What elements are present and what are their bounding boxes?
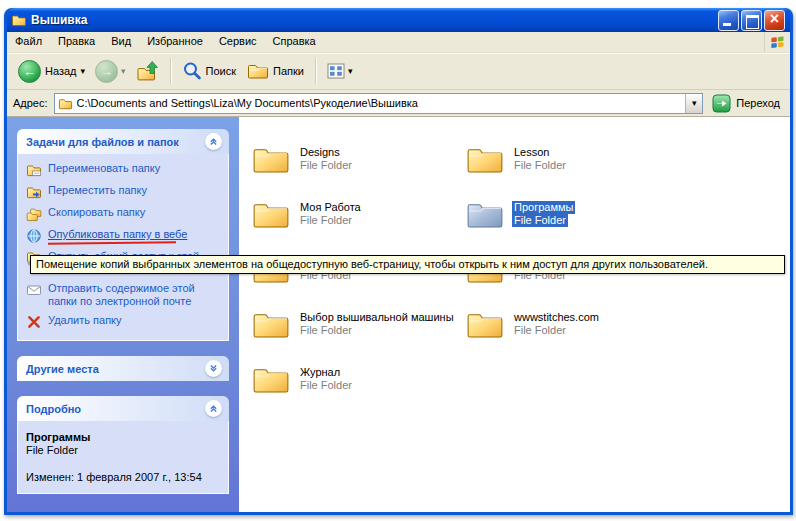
task-label: Переименовать папку xyxy=(48,162,224,178)
tasks-panel-title: Задачи для файлов и папок xyxy=(26,136,179,148)
tasks-panel: Задачи для файлов и папок Переименовать … xyxy=(17,129,229,341)
folder-item-zhurnal[interactable]: ЖурналFile Folder xyxy=(252,351,466,406)
toolbar-separator xyxy=(315,58,317,84)
task-rename-folder[interactable]: Переименовать папку xyxy=(26,162,224,178)
delete-icon xyxy=(26,314,43,330)
folder-name: Lesson xyxy=(512,146,551,159)
folder-name: Выбор вышивальной машины xyxy=(298,311,456,324)
address-folder-icon xyxy=(58,96,73,111)
task-label: Удалить папку xyxy=(48,314,224,330)
up-button[interactable] xyxy=(131,58,165,84)
search-icon xyxy=(182,61,202,81)
menu-view[interactable]: Вид xyxy=(103,32,139,52)
tooltip-text: Помещение копий выбранных элементов на о… xyxy=(36,258,708,270)
menu-favorites[interactable]: Избранное xyxy=(139,32,211,52)
folder-name: Журнал xyxy=(298,366,342,379)
window-title: Вышивка xyxy=(31,13,716,27)
task-move-folder[interactable]: Переместить папку xyxy=(26,184,224,200)
address-bar: Адрес: C:\Documents and Settings\Liza\My… xyxy=(7,90,790,117)
details-panel-header[interactable]: Подробно xyxy=(17,396,229,421)
task-email-folder[interactable]: Отправить содержимое этой папки по элект… xyxy=(26,282,224,308)
tooltip: Помещение копий выбранных элементов на о… xyxy=(30,255,785,274)
folder-icon xyxy=(466,309,504,339)
menu-edit[interactable]: Правка xyxy=(50,32,103,52)
maximize-button[interactable] xyxy=(741,10,762,31)
folder-item-designs[interactable]: DesignsFile Folder xyxy=(252,131,466,186)
address-input[interactable]: C:\Documents and Settings\Liza\My Docume… xyxy=(54,93,704,114)
task-publish-folder-web[interactable]: Опубликовать папку в вебе xyxy=(26,228,224,244)
views-dropdown-icon xyxy=(348,67,353,76)
menu-file[interactable]: Файл xyxy=(7,32,50,52)
expand-chevron-down-icon[interactable] xyxy=(205,360,222,377)
back-arrow-icon xyxy=(18,60,41,83)
tasks-panel-body: Переименовать папку Переместить папку xyxy=(17,154,229,341)
toolbar-separator xyxy=(170,58,172,84)
forward-button[interactable] xyxy=(90,58,131,85)
address-path: C:\Documents and Settings\Liza\My Docume… xyxy=(77,97,686,109)
folder-type: File Folder xyxy=(512,324,568,337)
copy-icon xyxy=(26,206,43,222)
tasks-panel-header[interactable]: Задачи для файлов и папок xyxy=(17,129,229,154)
address-label: Адрес: xyxy=(13,97,48,109)
go-label: Переход xyxy=(735,97,781,109)
task-label: Отправить содержимое этой папки по элект… xyxy=(48,282,224,308)
up-folder-icon xyxy=(136,60,160,82)
folder-icon xyxy=(252,144,290,174)
folder-item-programmy-selected[interactable]: ПрограммыFile Folder xyxy=(466,186,680,241)
chevron-down-icon xyxy=(692,99,697,108)
folder-icon xyxy=(252,364,290,394)
folder-name: Программы xyxy=(512,201,575,214)
folder-type: File Folder xyxy=(298,379,354,392)
folder-type: File Folder xyxy=(512,214,568,227)
details-panel-title: Подробно xyxy=(26,403,81,415)
email-icon xyxy=(26,282,43,298)
folder-name: Моя Работа xyxy=(298,201,363,214)
windows-logo-icon xyxy=(764,32,790,52)
folder-icon xyxy=(466,144,504,174)
search-label: Поиск xyxy=(205,65,237,77)
details-modified-date: Изменен: 1 февраля 2007 г., 13:54 xyxy=(26,471,220,483)
menu-help[interactable]: Справка xyxy=(265,32,324,52)
task-delete-folder[interactable]: Удалить папку xyxy=(26,314,224,330)
task-copy-folder[interactable]: Скопировать папку xyxy=(26,206,224,222)
title-bar[interactable]: Вышивка xyxy=(7,8,790,32)
folder-item-moya-rabota[interactable]: Моя РаботаFile Folder xyxy=(252,186,466,241)
publish-web-icon xyxy=(26,228,43,244)
folders-button[interactable]: Папки xyxy=(242,60,310,82)
file-list-area[interactable]: DesignsFile Folder LessonFile Folder Моя… xyxy=(239,117,790,512)
other-places-panel: Другие места xyxy=(17,356,229,381)
move-icon xyxy=(26,184,43,200)
collapse-chevron-up-icon[interactable] xyxy=(205,400,222,417)
toolbar: Назад Поиск xyxy=(7,53,790,90)
folder-name: wwwstitches.com xyxy=(512,311,601,324)
menu-tools[interactable]: Сервис xyxy=(211,32,265,52)
views-button[interactable] xyxy=(322,61,358,81)
collapse-chevron-up-icon[interactable] xyxy=(205,133,222,150)
close-button[interactable] xyxy=(764,10,785,31)
folders-label: Папки xyxy=(272,65,305,77)
go-button[interactable]: Переход xyxy=(709,94,784,113)
folder-icon xyxy=(252,199,290,229)
folder-item-lesson[interactable]: LessonFile Folder xyxy=(466,131,680,186)
task-label: Переместить папку xyxy=(48,184,224,200)
forward-arrow-icon xyxy=(95,60,118,83)
menu-bar: Файл Правка Вид Избранное Сервис Справка xyxy=(7,32,790,53)
folder-type: File Folder xyxy=(512,159,568,172)
other-places-title: Другие места xyxy=(26,363,99,375)
folder-type: File Folder xyxy=(298,324,354,337)
views-grid-icon xyxy=(327,63,345,79)
details-folder-name: Программы xyxy=(26,431,220,443)
rename-icon xyxy=(26,162,43,178)
red-marker-line xyxy=(48,241,176,244)
folder-item-wwwstitches[interactable]: wwwstitches.comFile Folder xyxy=(466,296,680,351)
address-dropdown-button[interactable] xyxy=(685,94,702,113)
go-arrow-icon xyxy=(712,94,731,113)
back-label: Назад xyxy=(44,65,78,77)
folders-icon xyxy=(247,62,269,80)
task-pane-sidebar: Задачи для файлов и папок Переименовать … xyxy=(7,117,239,512)
search-button[interactable]: Поиск xyxy=(177,59,242,83)
back-button[interactable]: Назад xyxy=(13,58,90,85)
other-places-header[interactable]: Другие места xyxy=(17,356,229,381)
folder-item-vybor-mashiny[interactable]: Выбор вышивальной машиныFile Folder xyxy=(252,296,466,351)
minimize-button[interactable] xyxy=(718,10,739,31)
